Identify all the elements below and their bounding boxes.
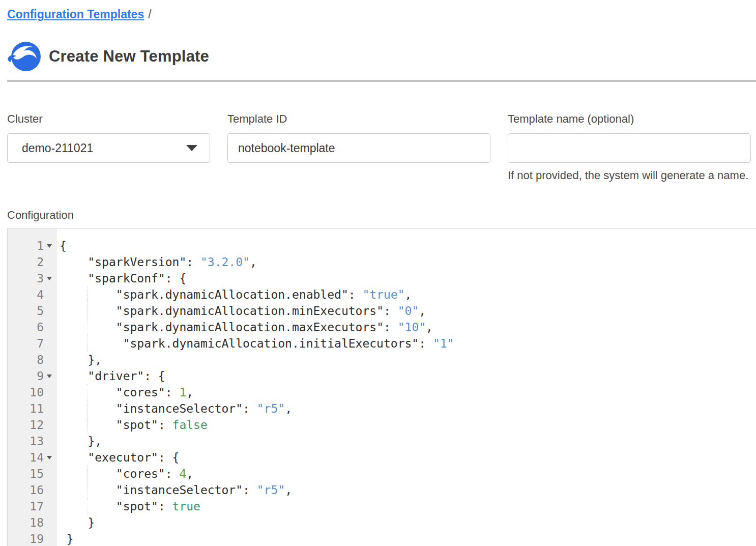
gutter-line-5: 5 (8, 303, 57, 319)
code-line-13[interactable]: }, (60, 433, 756, 449)
line-number: 19 (30, 531, 44, 546)
code-line-9[interactable]: "driver": { (60, 368, 756, 384)
gutter-line-6: 6 (8, 319, 57, 335)
line-number: 3 (37, 270, 44, 286)
gutter-line-7: 7 (8, 335, 57, 352)
line-number: 9 (37, 368, 44, 384)
fold-toggle-icon[interactable] (47, 244, 52, 248)
indent-guide (88, 482, 88, 498)
code-line-1[interactable]: { (60, 238, 756, 254)
line-number: 7 (37, 335, 44, 352)
code-line-15[interactable]: "cores": 4, (60, 466, 756, 482)
line-number: 11 (30, 400, 44, 417)
gutter-line-14: 14 (8, 449, 57, 466)
line-number: 13 (30, 433, 44, 449)
indent-guide (88, 417, 88, 433)
gutter-line-8: 8 (8, 352, 57, 368)
breadcrumb: Configuration Templates/ (7, 7, 756, 21)
template-name-helper-text: If not provided, the system will generat… (508, 169, 751, 182)
page-title: Create New Template (49, 47, 209, 66)
ocean-wave-logo-icon (7, 41, 41, 72)
gutter-line-17: 17 (8, 498, 57, 514)
code-line-10[interactable]: "cores": 1, (60, 384, 756, 400)
line-number: 8 (37, 352, 44, 368)
line-number: 4 (37, 286, 44, 303)
line-number: 6 (37, 319, 44, 335)
gutter-line-11: 11 (8, 400, 57, 417)
template-name-field-group: Template name (optional) If not provided… (508, 112, 751, 182)
cluster-label: Cluster (7, 112, 210, 126)
breadcrumb-separator: / (148, 8, 151, 21)
code-line-7[interactable]: "spark.dynamicAllocation.initialExecutor… (60, 335, 756, 352)
code-line-16[interactable]: "instanceSelector": "r5", (60, 482, 756, 498)
indent-guide (88, 319, 88, 335)
template-name-label: Template name (optional) (508, 112, 751, 126)
code-line-3[interactable]: "sparkConf": { (60, 270, 756, 286)
line-number: 10 (30, 384, 44, 400)
cluster-select[interactable]: demo-211021 (7, 133, 210, 163)
page-header: Create New Template (7, 41, 756, 72)
editor-content[interactable]: { "sparkVersion": "3.2.0", "sparkConf": … (57, 229, 756, 546)
line-number: 16 (30, 482, 44, 498)
gutter-line-10: 10 (8, 384, 57, 400)
gutter-line-2: 2 (8, 254, 57, 270)
gutter-line-13: 13 (8, 433, 57, 449)
code-line-11[interactable]: "instanceSelector": "r5", (60, 400, 756, 417)
cluster-field-group: Cluster demo-211021 (7, 112, 210, 182)
line-number: 1 (37, 238, 44, 254)
create-template-page: Configuration Templates/ Create New Temp… (0, 0, 756, 546)
configuration-label: Configuration (7, 209, 756, 222)
code-line-8[interactable]: }, (60, 352, 756, 368)
code-line-4[interactable]: "spark.dynamicAllocation.enabled": "true… (60, 286, 756, 303)
code-line-6[interactable]: "spark.dynamicAllocation.maxExecutors": … (60, 319, 756, 335)
line-number: 15 (30, 466, 44, 482)
breadcrumb-link-configuration-templates[interactable]: Configuration Templates (7, 8, 144, 21)
gutter-line-4: 4 (8, 286, 57, 303)
line-number: 2 (37, 254, 44, 270)
configuration-code-editor[interactable]: 1234567891011121314151617181920 { "spark… (7, 228, 756, 546)
indent-guide (88, 498, 88, 514)
gutter-line-19: 19 (8, 531, 57, 546)
line-number: 14 (30, 449, 44, 466)
code-line-17[interactable]: "spot": true (60, 498, 756, 514)
fold-toggle-icon[interactable] (47, 277, 52, 280)
line-number: 17 (30, 498, 44, 514)
code-line-12[interactable]: "spot": false (60, 417, 756, 433)
code-line-18[interactable]: } (60, 514, 756, 531)
gutter-line-9: 9 (8, 368, 57, 384)
code-line-19[interactable]: } (60, 531, 756, 546)
gutter-line-18: 18 (8, 514, 57, 531)
code-line-14[interactable]: "executor": { (60, 449, 756, 466)
cluster-select-value: demo-211021 (22, 141, 186, 155)
indent-guide (88, 303, 88, 319)
code-line-5[interactable]: "spark.dynamicAllocation.minExecutors": … (60, 303, 756, 319)
header-divider (7, 80, 756, 82)
template-id-input[interactable] (227, 133, 490, 163)
line-number: 5 (37, 303, 44, 319)
gutter-line-16: 16 (8, 482, 57, 498)
template-id-field-group: Template ID (227, 112, 490, 182)
template-name-input[interactable] (508, 133, 751, 163)
template-form: Cluster demo-211021 Template ID Template… (7, 112, 756, 182)
gutter-line-12: 12 (8, 417, 57, 433)
indent-guide (88, 384, 88, 400)
fold-toggle-icon[interactable] (47, 456, 52, 459)
line-number: 18 (30, 514, 44, 531)
gutter-line-3: 3 (8, 270, 57, 286)
line-number: 12 (30, 417, 44, 433)
editor-gutter: 1234567891011121314151617181920 (8, 229, 57, 546)
chevron-down-icon (186, 145, 197, 151)
indent-guide (88, 335, 88, 352)
indent-guide (88, 286, 88, 303)
fold-toggle-icon[interactable] (47, 375, 52, 378)
indent-guide (88, 466, 88, 482)
gutter-line-15: 15 (8, 466, 57, 482)
indent-guide (88, 400, 88, 417)
template-id-label: Template ID (227, 112, 490, 126)
code-line-2[interactable]: "sparkVersion": "3.2.0", (60, 254, 756, 270)
gutter-line-1: 1 (8, 238, 57, 254)
